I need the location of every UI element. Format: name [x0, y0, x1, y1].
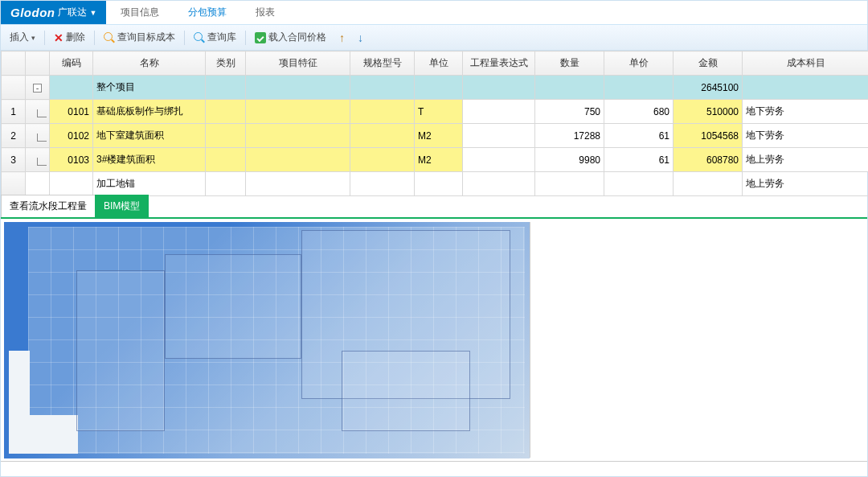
- void-area: [9, 351, 30, 454]
- col-subject[interactable]: 成本科目: [743, 51, 869, 76]
- move-up-button[interactable]: ↑: [335, 30, 349, 46]
- col-price[interactable]: 单价: [604, 51, 674, 76]
- x-icon: ✕: [54, 31, 63, 44]
- bim-side-panel: [530, 222, 864, 458]
- budget-table[interactable]: 编码 名称 类别 项目特征 规格型号 单位 工程量表达式 数量 单价 金额 成本…: [1, 51, 868, 196]
- insert-button[interactable]: 插入▾: [6, 29, 39, 46]
- app-window: Glodon 广联达 ▼ 项目信息 分包预算 报表 插入▾ ✕删除 查询目标成本…: [0, 0, 868, 477]
- tab-flowsection[interactable]: 查看流水段工程量: [1, 195, 96, 217]
- nav-report[interactable]: 报表: [241, 1, 289, 24]
- void-area: [30, 415, 78, 454]
- query-button[interactable]: 查询库: [190, 29, 240, 46]
- nav-sub-budget[interactable]: 分包预算: [174, 1, 241, 24]
- chevron-down-icon: ▾: [31, 34, 35, 42]
- separator: [184, 31, 185, 45]
- search-icon: [194, 32, 205, 43]
- col-code[interactable]: 编码: [50, 51, 93, 76]
- nav-project-info[interactable]: 项目信息: [106, 1, 174, 24]
- check-icon: [255, 32, 266, 43]
- arrow-up-icon: ↑: [339, 31, 345, 44]
- table-header: 编码 名称 类别 项目特征 规格型号 单位 工程量表达式 数量 单价 金额 成本…: [2, 51, 869, 76]
- col-feature[interactable]: 项目特征: [246, 51, 350, 76]
- separator: [44, 31, 45, 45]
- col-tree[interactable]: [26, 51, 50, 76]
- query-target-cost-button[interactable]: 查询目标成本: [100, 29, 179, 46]
- top-nav: 项目信息 分包预算 报表: [106, 1, 289, 24]
- table-row[interactable]: 2 0102 地下室建筑面积 M2 17288 61 1054568 地下劳务: [2, 124, 869, 148]
- room-outline: [165, 254, 301, 359]
- lower-tabs: 查看流水段工程量 BIM模型: [1, 196, 867, 219]
- col-qty[interactable]: 数量: [535, 51, 604, 76]
- brand-name: Glodon: [10, 6, 55, 19]
- col-category[interactable]: 类别: [206, 51, 246, 76]
- search-icon: [104, 32, 115, 43]
- brand-logo[interactable]: Glodon 广联达 ▼: [1, 1, 106, 24]
- bim-panel: [1, 219, 867, 462]
- arrow-down-icon: ↓: [358, 31, 363, 44]
- brand-cn: 广联达: [58, 6, 87, 19]
- room-outline: [342, 351, 470, 431]
- col-unit[interactable]: 单位: [415, 51, 463, 76]
- col-spec[interactable]: 规格型号: [350, 51, 415, 76]
- separator: [94, 31, 95, 45]
- separator: [245, 31, 246, 45]
- bim-model-viewport[interactable]: [4, 222, 530, 458]
- top-bar: Glodon 广联达 ▼ 项目信息 分包预算 报表: [1, 1, 867, 25]
- tab-bim-model[interactable]: BIM模型: [95, 195, 149, 217]
- chevron-down-icon: ▼: [90, 9, 97, 17]
- table-row[interactable]: 加工地锚 地上劳务: [2, 172, 869, 196]
- col-amount[interactable]: 金额: [674, 51, 743, 76]
- toolbar: 插入▾ ✕删除 查询目标成本 查询库 载入合同价格 ↑ ↓: [1, 25, 867, 51]
- room-outline: [76, 270, 165, 431]
- table-row[interactable]: 3 0103 3#楼建筑面积 M2 9980 61 608780 地上劳务: [2, 148, 869, 172]
- col-name[interactable]: 名称: [93, 51, 206, 76]
- load-contract-price-button[interactable]: 载入合同价格: [251, 29, 330, 46]
- delete-button[interactable]: ✕删除: [50, 29, 89, 46]
- table-row-summary[interactable]: - 整个项目 2645100: [2, 76, 869, 100]
- col-rownum[interactable]: [2, 51, 26, 76]
- col-qty-expr[interactable]: 工程量表达式: [463, 51, 535, 76]
- table-row[interactable]: 1 0101 基础底板制作与绑扎 T 750 680 510000 地下劳务: [2, 100, 869, 124]
- move-down-button[interactable]: ↓: [354, 30, 367, 46]
- collapse-icon[interactable]: -: [33, 84, 42, 93]
